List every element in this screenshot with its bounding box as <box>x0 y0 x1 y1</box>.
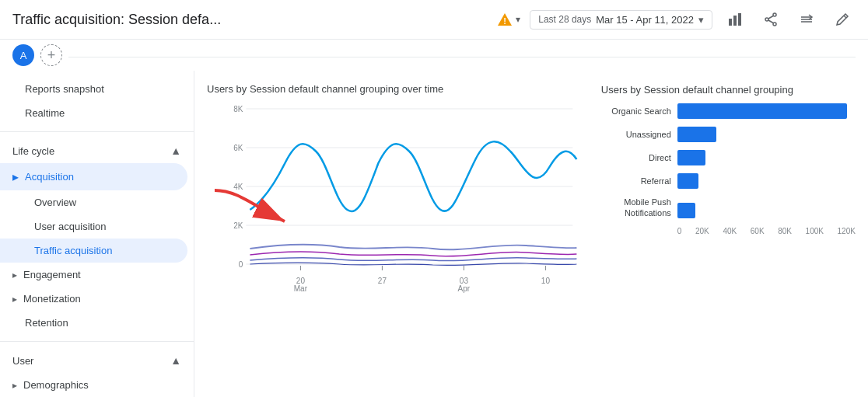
app-header: Traffic acquisition: Session defa... ! ▾… <box>0 0 868 40</box>
sidebar-item-engagement[interactable]: ▸ Engagement <box>0 263 194 287</box>
share-icon <box>764 12 778 26</box>
svg-text:!: ! <box>503 16 506 26</box>
sidebar: Reports snapshot Realtime Life cycle ▲ ▸… <box>0 71 194 397</box>
svg-text:Mar: Mar <box>294 284 308 293</box>
bar-track-mobile-push <box>677 200 856 215</box>
svg-text:27: 27 <box>378 277 387 285</box>
svg-rect-2 <box>729 19 732 26</box>
line-chart-container: Users by Session default channel groupin… <box>207 83 589 385</box>
sidebar-item-acquisition[interactable]: ▸ Acquisition <box>0 163 187 190</box>
bar-track-direct <box>677 150 856 165</box>
warning-badge[interactable]: ! ▾ <box>497 12 520 26</box>
main-content: Users by Session default channel groupin… <box>194 71 868 397</box>
svg-line-8 <box>768 16 773 19</box>
bar-track-unassigned <box>677 127 856 142</box>
traffic-acquisition-label: Traffic acquisition <box>34 245 112 256</box>
bar-track-referral <box>677 173 856 189</box>
sidebar-item-reports-snapshot[interactable]: Reports snapshot <box>0 77 194 101</box>
svg-text:8K: 8K <box>233 105 243 113</box>
sidebar-item-monetization[interactable]: ▸ Monetization <box>0 287 194 311</box>
compare-button[interactable] <box>793 6 820 33</box>
warning-section: ! ▾ <box>497 12 520 26</box>
svg-point-7 <box>765 18 768 21</box>
demographics-expand: ▸ <box>12 380 17 391</box>
svg-line-9 <box>768 20 773 23</box>
warning-icon: ! <box>497 12 513 26</box>
bar-row-unassigned: Unassigned <box>601 127 856 142</box>
user-section-header[interactable]: User ▲ <box>0 348 194 373</box>
sidebar-item-user-acquisition[interactable]: User acquisition <box>0 214 194 239</box>
svg-rect-3 <box>733 16 737 26</box>
sidebar-item-retention[interactable]: Retention <box>0 311 194 335</box>
bar-label-organic: Organic Search <box>601 106 671 117</box>
bar-label-mobile-push: Mobile PushNotifications <box>601 197 671 219</box>
last-days-label: Last 28 days <box>538 14 591 25</box>
line-chart-svg: 8K 6K 4K 2K 0 20 Mar <box>207 101 589 326</box>
bar-chart-container: Users by Session default channel groupin… <box>601 83 856 385</box>
engagement-label: Engagement <box>23 269 81 280</box>
bar-x-80k: 80K <box>778 227 792 235</box>
date-dropdown-arrow: ▾ <box>698 14 704 26</box>
svg-line-10 <box>844 16 846 18</box>
header-divider <box>68 57 856 57</box>
sidebar-item-traffic-acquisition[interactable]: Traffic acquisition <box>0 239 187 263</box>
add-comparison-button[interactable]: + <box>40 44 62 66</box>
bar-fill-direct <box>677 150 706 165</box>
user-label: User <box>12 355 33 367</box>
edit-button[interactable] <box>829 6 856 33</box>
bar-row-organic: Organic Search <box>601 103 856 119</box>
line-chart-title: Users by Session default channel groupin… <box>207 83 589 95</box>
bar-fill-referral <box>677 173 699 189</box>
app-body: Reports snapshot Realtime Life cycle ▲ ▸… <box>0 71 868 397</box>
lifecycle-section-header[interactable]: Life cycle ▲ <box>0 138 194 163</box>
bar-x-20k: 20K <box>695 227 709 235</box>
svg-text:10: 10 <box>541 277 551 285</box>
share-button[interactable] <box>758 6 784 33</box>
user-chevron-up: ▲ <box>170 354 181 367</box>
svg-text:6K: 6K <box>233 144 243 152</box>
sidebar-item-realtime[interactable]: Realtime <box>0 101 194 125</box>
date-range-label: Mar 15 - Apr 11, 2022 <box>596 14 694 26</box>
reports-snapshot-label: Reports snapshot <box>25 83 104 95</box>
svg-text:Apr: Apr <box>458 284 471 293</box>
acquisition-bullet: ▸ <box>12 169 19 184</box>
engagement-expand: ▸ <box>12 270 17 280</box>
lifecycle-label: Life cycle <box>12 145 54 157</box>
dropdown-arrow: ▾ <box>516 14 520 25</box>
svg-text:0: 0 <box>239 260 243 269</box>
overview-label: Overview <box>34 197 76 208</box>
bar-label-unassigned: Unassigned <box>601 129 671 140</box>
monetization-expand: ▸ <box>12 294 17 305</box>
header-title: Traffic acquisition: Session defa... <box>12 12 488 28</box>
svg-point-6 <box>773 23 776 26</box>
svg-text:2K: 2K <box>233 221 243 230</box>
bar-track-organic <box>677 103 856 119</box>
bar-chart-view-button[interactable] <box>722 6 748 33</box>
compare-icon <box>800 12 814 26</box>
bar-x-100k: 100K <box>806 227 824 235</box>
sidebar-item-overview[interactable]: Overview <box>0 190 194 214</box>
nav-divider-2 <box>0 341 194 342</box>
acquisition-label: Acquisition <box>25 171 74 183</box>
realtime-label: Realtime <box>25 107 65 119</box>
lifecycle-chevron-up: ▲ <box>170 145 181 157</box>
bar-row-referral: Referral <box>601 173 856 189</box>
bar-x-0: 0 <box>677 227 682 235</box>
bar-label-referral: Referral <box>601 176 671 186</box>
bar-chart-icon <box>728 12 742 26</box>
bar-row-direct: Direct <box>601 150 856 165</box>
svg-rect-4 <box>738 13 741 26</box>
charts-area: Users by Session default channel groupin… <box>194 71 868 397</box>
date-range-picker[interactable]: Last 28 days Mar 15 - Apr 11, 2022 ▾ <box>530 10 712 30</box>
bar-x-40k: 40K <box>723 227 737 235</box>
bar-x-120k: 120K <box>838 227 856 235</box>
bar-row-mobile-push: Mobile PushNotifications <box>601 197 856 219</box>
bar-x-60k: 60K <box>751 227 765 235</box>
sidebar-item-demographics[interactable]: ▸ Demographics <box>0 373 194 397</box>
edit-icon <box>835 12 849 26</box>
demographics-label: Demographics <box>23 379 89 391</box>
svg-text:4K: 4K <box>233 183 243 191</box>
retention-label: Retention <box>25 317 68 329</box>
svg-point-5 <box>773 13 776 16</box>
avatar: A <box>12 44 34 66</box>
